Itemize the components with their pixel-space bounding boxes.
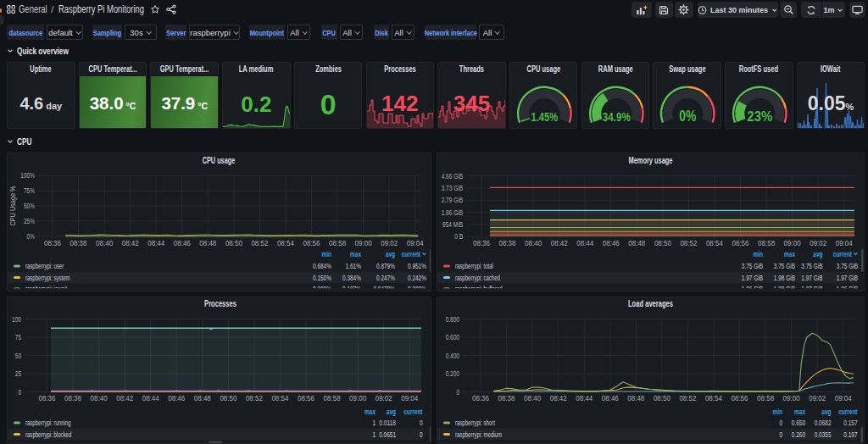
svg-text:raspberrypi: medium: raspberrypi: medium (455, 430, 502, 439)
svg-text:raspberrypi: cached: raspberrypi: cached (455, 274, 500, 282)
svg-text:0.400: 0.400 (446, 352, 459, 360)
svg-text:08:46: 08:46 (602, 394, 619, 402)
svg-text:1: 1 (372, 430, 376, 439)
svg-text:max: max (364, 408, 376, 416)
svg-text:0.650: 0.650 (792, 419, 805, 427)
svg-text:08:40: 08:40 (524, 394, 541, 402)
svg-text:08:42: 08:42 (116, 394, 133, 402)
svg-text:3.75 GiB: 3.75 GiB (801, 262, 822, 270)
svg-text:1: 1 (372, 419, 376, 427)
svg-text:/: / (51, 4, 55, 14)
svg-text:08:58: 08:58 (758, 239, 775, 247)
svg-text:max: max (784, 250, 795, 258)
svg-text:avg: avg (386, 250, 395, 258)
svg-text:09:04: 09:04 (401, 394, 418, 402)
svg-text:0.0355: 0.0355 (815, 430, 832, 439)
svg-text:08:52: 08:52 (251, 239, 268, 247)
svg-text:0.800: 0.800 (446, 315, 459, 324)
svg-text:0.0682: 0.0682 (815, 419, 832, 427)
svg-text:08:36: 08:36 (473, 239, 490, 247)
svg-text:0.684%: 0.684% (313, 262, 331, 270)
svg-text:08:44: 08:44 (576, 239, 593, 247)
svg-text:0.0651: 0.0651 (379, 430, 396, 439)
svg-text:08:44: 08:44 (147, 239, 164, 247)
svg-text:09:04: 09:04 (407, 239, 424, 247)
svg-text:08:48: 08:48 (627, 394, 644, 402)
svg-text:09:00: 09:00 (784, 239, 801, 247)
svg-text:0: 0 (420, 430, 423, 439)
svg-text:08:54: 08:54 (271, 394, 288, 402)
svg-text:08:38: 08:38 (498, 394, 515, 402)
svg-text:75%: 75% (24, 186, 35, 195)
svg-text:0: 0 (18, 388, 21, 397)
svg-text:08:58: 08:58 (757, 394, 774, 402)
svg-text:0.384%: 0.384% (342, 274, 361, 282)
svg-text:1.61%: 1.61% (346, 262, 361, 270)
svg-text:34.9%: 34.9% (602, 110, 630, 124)
svg-text:0.247%: 0.247% (376, 274, 395, 282)
svg-text:0.260: 0.260 (792, 430, 805, 439)
svg-text:08:50: 08:50 (220, 394, 236, 402)
svg-text:min: min (322, 250, 332, 258)
svg-text:08:54: 08:54 (705, 394, 722, 402)
svg-text:08:56: 08:56 (303, 239, 320, 247)
svg-text:08:38: 08:38 (499, 239, 516, 247)
svg-text:Memory usage: Memory usage (629, 156, 673, 165)
svg-text:08:58: 08:58 (329, 239, 346, 247)
svg-text:09:00: 09:00 (355, 239, 372, 247)
svg-text:08:42: 08:42 (122, 239, 139, 247)
svg-text:0%: 0% (27, 232, 36, 241)
svg-text:raspberrypi: running: raspberrypi: running (25, 419, 71, 427)
svg-text:1.86 GiB: 1.86 GiB (442, 208, 463, 217)
svg-text:current: current (833, 250, 852, 258)
svg-text:min: min (773, 408, 783, 416)
svg-text:08:52: 08:52 (679, 394, 696, 402)
svg-text:09:04: 09:04 (836, 239, 853, 247)
svg-text:08:46: 08:46 (603, 239, 620, 247)
svg-text:0: 0 (456, 388, 459, 397)
svg-text:08:36: 08:36 (44, 239, 61, 247)
svg-text:25: 25 (15, 369, 21, 378)
svg-text:raspberrypi: system: raspberrypi: system (25, 274, 70, 282)
svg-text:0.150%: 0.150% (313, 274, 331, 282)
svg-text:23%: 23% (747, 108, 772, 125)
svg-text:08:50: 08:50 (654, 239, 671, 247)
svg-text:08:54: 08:54 (706, 239, 723, 247)
svg-text:09:02: 09:02 (809, 394, 826, 402)
svg-text:1.45%: 1.45% (531, 110, 558, 124)
svg-text:CPU Usage %: CPU Usage % (8, 186, 17, 225)
svg-text:1.97 GiB: 1.97 GiB (837, 274, 858, 282)
svg-text:08:48: 08:48 (628, 239, 645, 247)
svg-text:08:44: 08:44 (576, 394, 593, 402)
svg-text:09:00: 09:00 (783, 394, 800, 402)
svg-text:max: max (794, 408, 805, 416)
svg-text:2.79 GiB: 2.79 GiB (442, 196, 463, 204)
svg-text:current: current (838, 408, 857, 416)
svg-text:08:56: 08:56 (732, 394, 748, 402)
svg-text:0.879%: 0.879% (376, 262, 395, 270)
svg-text:08:56: 08:56 (732, 239, 749, 247)
svg-text:3.75 GiB: 3.75 GiB (774, 262, 795, 270)
svg-text:0: 0 (779, 430, 782, 439)
svg-text:raspberrypi: blocked: raspberrypi: blocked (25, 430, 71, 439)
svg-text:0%: 0% (680, 107, 697, 125)
svg-text:09:02: 09:02 (381, 239, 398, 247)
svg-text:100: 100 (12, 315, 21, 324)
svg-text:08:38: 08:38 (70, 239, 87, 247)
svg-text:08:52: 08:52 (680, 239, 697, 247)
svg-text:0.242%: 0.242% (408, 274, 426, 282)
svg-text:08:58: 08:58 (324, 394, 341, 402)
svg-text:08:50: 08:50 (654, 394, 670, 402)
svg-text:08:48: 08:48 (194, 394, 211, 402)
svg-text:0.157: 0.157 (843, 419, 857, 427)
svg-text:08:36: 08:36 (472, 394, 489, 402)
svg-text:08:40: 08:40 (525, 239, 542, 247)
svg-text:0.951%: 0.951% (408, 262, 426, 270)
svg-text:1.98 GiB: 1.98 GiB (774, 274, 795, 282)
svg-text:08:42: 08:42 (550, 394, 567, 402)
svg-text:Load averages: Load averages (628, 299, 673, 308)
svg-text:08:50: 08:50 (225, 239, 242, 247)
svg-text:0: 0 (420, 419, 423, 427)
svg-text:08:42: 08:42 (551, 239, 568, 247)
svg-text:09:04: 09:04 (835, 394, 852, 402)
